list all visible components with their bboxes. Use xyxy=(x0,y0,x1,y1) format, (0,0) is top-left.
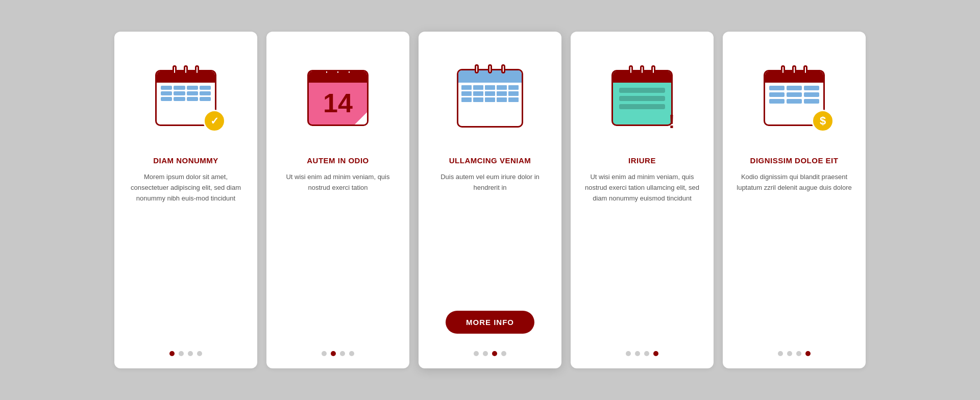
calendar-14-base: 14 xyxy=(307,70,369,126)
cal-cell xyxy=(161,91,172,95)
ring-2 xyxy=(640,65,644,74)
dollar-icon: $ xyxy=(820,115,826,127)
cal-cell xyxy=(200,97,211,101)
dot-2 xyxy=(179,351,184,356)
ring-3 xyxy=(347,70,351,74)
dot-4 xyxy=(653,351,658,356)
cal-cell xyxy=(174,97,185,101)
calendar-alert-icon: ! xyxy=(611,70,673,126)
cal-line xyxy=(619,104,665,109)
cal-cell xyxy=(485,85,495,90)
card-4-title: IRIURE xyxy=(628,156,656,165)
cal-cell xyxy=(497,85,507,90)
cal-cell xyxy=(769,99,785,104)
dot-3 xyxy=(340,351,345,356)
ring-3 xyxy=(195,65,199,74)
exclamation-icon: ! xyxy=(662,111,682,133)
dot-1 xyxy=(626,351,631,356)
ring-2 xyxy=(184,65,188,74)
card-3: ULLAMCING VENIAM Duis autem vel eum iriu… xyxy=(419,32,561,368)
ring-3 xyxy=(651,65,655,74)
cal-cell xyxy=(508,85,519,90)
dot-1 xyxy=(778,351,783,356)
cal-cell xyxy=(187,97,198,101)
card-2: 14 AUTEM IN ODIO Ut wisi enim ad minim v… xyxy=(266,32,409,368)
card-1-title: DIAM NONUMMY xyxy=(153,156,218,165)
calendar-14-icon: 14 xyxy=(307,70,369,126)
cal-grid xyxy=(458,83,522,105)
calendar-grid-icon xyxy=(457,69,523,128)
cal-cell xyxy=(174,86,185,90)
dot-2 xyxy=(331,351,336,356)
cal-cell xyxy=(473,91,483,96)
cal-cell xyxy=(461,85,472,90)
ring-3 xyxy=(501,64,505,73)
ring-1 xyxy=(781,65,785,74)
calendar-grid-base xyxy=(457,69,523,128)
card-2-text: Ut wisi enim ad minim veniam, quis nostr… xyxy=(279,172,397,339)
cal-cells xyxy=(765,83,823,107)
cal-cell xyxy=(769,92,785,97)
ring-2 xyxy=(792,65,796,74)
card-3-icon-area xyxy=(444,52,536,144)
dot-1 xyxy=(322,351,327,356)
calendar-rings xyxy=(475,64,505,73)
cal-cell xyxy=(473,97,483,102)
cal-cell xyxy=(200,86,211,90)
card-4-dots xyxy=(626,351,658,356)
card-2-title: AUTEM IN ODIO xyxy=(307,156,369,165)
calendar-check-icon: ✓ xyxy=(155,70,216,126)
ring-1 xyxy=(475,64,479,73)
dot-3 xyxy=(796,351,801,356)
ring-1 xyxy=(173,65,177,74)
dot-1 xyxy=(169,351,175,356)
cal-cell xyxy=(485,97,495,102)
ring-1 xyxy=(325,70,329,74)
ring-1 xyxy=(629,65,633,74)
card-4-text: Ut wisi enim ad minim veniam, quis nostr… xyxy=(583,172,701,339)
card-5-text: Kodio dignissim qui blandit praesent lup… xyxy=(735,172,853,339)
cal-cell xyxy=(161,86,172,90)
cal-cell xyxy=(473,85,483,90)
cal-cell xyxy=(769,86,785,90)
card-1: ✓ DIAM NONUMMY Morem ipsum dolor sit ame… xyxy=(114,32,257,368)
calendar-rings xyxy=(629,65,655,74)
card-3-title: ULLAMCING VENIAM xyxy=(449,156,531,165)
card-5-dots xyxy=(778,351,811,356)
dot-4 xyxy=(197,351,202,356)
dot-2 xyxy=(635,351,640,356)
dot-3 xyxy=(644,351,649,356)
cal-cell xyxy=(187,91,198,95)
cal-lines xyxy=(613,83,671,114)
cal-cell xyxy=(787,99,802,104)
calendar-rings xyxy=(173,65,199,74)
calendar-rings xyxy=(781,65,807,74)
cal-cell xyxy=(200,91,211,95)
dot-3 xyxy=(188,351,193,356)
cal-cell xyxy=(804,99,819,104)
dot-1 xyxy=(474,351,479,356)
card-4: ! IRIURE Ut wisi enim ad minim veniam, q… xyxy=(571,32,714,368)
cal-line xyxy=(619,96,665,101)
dot-3 xyxy=(492,351,497,356)
dot-4 xyxy=(805,351,811,356)
card-4-icon-area: ! xyxy=(596,52,688,144)
ring-2 xyxy=(336,70,340,74)
checkmark-icon: ✓ xyxy=(210,116,219,126)
cal-cell xyxy=(497,91,507,96)
card-2-icon-area: 14 xyxy=(292,52,384,144)
cal-cell xyxy=(497,97,507,102)
cal-line xyxy=(619,88,665,93)
cal-cell xyxy=(174,91,185,95)
more-info-button[interactable]: MORE INFO xyxy=(446,311,534,334)
cal-cell xyxy=(787,92,802,97)
cal-cell xyxy=(485,91,495,96)
dot-4 xyxy=(501,351,506,356)
cal-cell xyxy=(161,97,172,101)
cal-number: 14 xyxy=(309,83,367,123)
card-1-text: Morem ipsum dolor sit amet, consectetuer… xyxy=(127,172,245,339)
card-5: $ DIGNISSIM DOLOE EIT Kodio dignissim qu… xyxy=(723,32,866,368)
cards-container: ✓ DIAM NONUMMY Morem ipsum dolor sit ame… xyxy=(84,11,896,389)
calendar-rings xyxy=(325,70,351,74)
cal-cell xyxy=(508,97,519,102)
